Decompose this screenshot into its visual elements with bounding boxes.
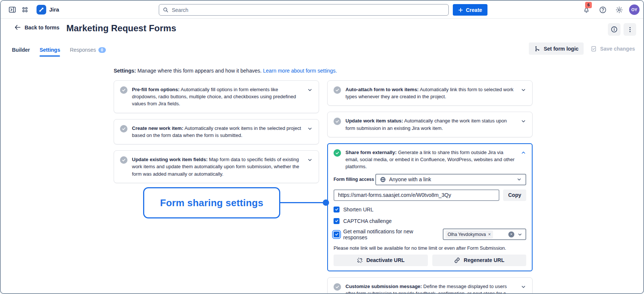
notification-recipients-select[interactable]: Olha Yevdokymova × × bbox=[443, 229, 526, 240]
sidebar-expand-icon bbox=[8, 6, 16, 14]
create-button[interactable]: Create bbox=[453, 4, 487, 16]
email-notifications-checkbox[interactable] bbox=[334, 231, 340, 237]
card-title: Customize submission message: bbox=[345, 284, 422, 289]
app-logo[interactable]: Jira bbox=[37, 5, 59, 15]
tab-builder[interactable]: Builder bbox=[12, 47, 30, 57]
card-title: Update existing work item fields: bbox=[132, 157, 208, 162]
app-name: Jira bbox=[49, 6, 59, 13]
tab-settings-label: Settings bbox=[40, 47, 60, 53]
check-circle-icon bbox=[334, 118, 341, 125]
recipient-name: Olha Yevdokymova bbox=[448, 232, 486, 237]
topbar: Jira Create 6 bbox=[1, 1, 643, 19]
chevron-down-icon[interactable] bbox=[521, 118, 526, 124]
chevron-down-icon bbox=[517, 232, 523, 237]
set-form-logic-button[interactable]: Set form logic bbox=[529, 42, 584, 55]
shorten-url-option: Shorten URL bbox=[334, 207, 526, 212]
app-switcher-button[interactable] bbox=[19, 3, 31, 16]
more-options-button[interactable] bbox=[624, 23, 636, 36]
captcha-checkbox[interactable] bbox=[334, 218, 340, 224]
gear-icon bbox=[615, 6, 623, 14]
clear-all-icon[interactable]: × bbox=[508, 231, 514, 237]
back-to-forms-link[interactable]: Back to forms bbox=[14, 24, 59, 31]
learn-more-link[interactable]: Learn more about form settings. bbox=[263, 68, 337, 74]
tab-responses[interactable]: Responses 0 bbox=[70, 47, 105, 57]
chevron-down-icon[interactable] bbox=[307, 157, 313, 163]
card-title: Auto-attach form to work items: bbox=[345, 87, 419, 92]
card-customize-submission-message[interactable]: Customize submission message: Define the… bbox=[327, 277, 533, 294]
help-button[interactable] bbox=[596, 3, 609, 16]
card-auto-attach-form[interactable]: Auto-attach form to work items: Automati… bbox=[327, 80, 533, 106]
branch-logic-icon bbox=[534, 45, 541, 52]
check-circle-icon bbox=[334, 86, 341, 94]
deactivate-url-label: Deactivate URL bbox=[366, 257, 405, 263]
info-button[interactable] bbox=[608, 23, 621, 36]
card-create-new-work-item[interactable]: Create new work item: Automatically crea… bbox=[114, 119, 319, 144]
card-title: Create new work item: bbox=[132, 125, 183, 131]
globe-icon bbox=[380, 176, 386, 183]
app-grid-icon bbox=[21, 6, 29, 13]
jira-logo-icon bbox=[37, 5, 46, 15]
chevron-down-icon[interactable] bbox=[307, 126, 313, 131]
share-url-row: Copy bbox=[334, 189, 526, 201]
search-input[interactable] bbox=[159, 4, 449, 16]
notifications-button[interactable]: 6 bbox=[580, 3, 593, 16]
save-changes-button[interactable]: Save changes bbox=[590, 42, 635, 55]
annotation-connector-dot bbox=[323, 199, 329, 206]
chevron-down-icon[interactable] bbox=[307, 87, 313, 93]
email-notifications-option: Get email notifications for new response… bbox=[334, 229, 526, 240]
chevron-up-icon[interactable] bbox=[521, 150, 526, 156]
kebab-menu-icon bbox=[626, 26, 634, 33]
copy-url-button[interactable]: Copy bbox=[503, 189, 526, 201]
access-selected-value: Anyone with a link bbox=[389, 176, 514, 182]
captcha-option: CAPTCHA challenge bbox=[334, 218, 526, 224]
settings-column-left: Pre-fill form options: Automatically fil… bbox=[114, 80, 319, 183]
link-icon bbox=[454, 257, 460, 263]
settings-intro-lead: Settings: bbox=[114, 68, 136, 74]
share-url-input[interactable] bbox=[334, 189, 499, 201]
arrow-left-icon bbox=[14, 24, 21, 31]
card-title: Share form externally: bbox=[345, 150, 397, 155]
tab-responses-label: Responses bbox=[70, 47, 96, 53]
header-actions bbox=[608, 23, 636, 36]
regenerate-url-label: Regenerate URL bbox=[464, 257, 504, 263]
shorten-url-label: Shorten URL bbox=[343, 207, 373, 212]
card-update-work-item-status[interactable]: Update work item status: Automatically c… bbox=[327, 112, 533, 137]
deactivate-url-button[interactable]: Deactivate URL bbox=[334, 255, 428, 266]
chevron-down-icon[interactable] bbox=[521, 284, 526, 290]
remove-tag-icon[interactable]: × bbox=[488, 232, 491, 237]
check-circle-icon bbox=[120, 86, 127, 94]
check-circle-green-icon bbox=[334, 149, 341, 157]
create-button-label: Create bbox=[466, 7, 482, 13]
card-prefill-form-options[interactable]: Pre-fill form options: Automatically fil… bbox=[114, 80, 319, 113]
app-window: Jira Create 6 bbox=[0, 0, 644, 294]
search-icon bbox=[162, 7, 169, 13]
annotation-label: Form sharing settings bbox=[160, 197, 263, 209]
chevron-down-icon[interactable] bbox=[521, 87, 526, 93]
card-update-existing-work-item-fields[interactable]: Update existing work item fields: Map fo… bbox=[114, 150, 319, 183]
set-form-logic-label: Set form logic bbox=[544, 46, 578, 52]
save-document-icon bbox=[590, 45, 597, 52]
help-icon bbox=[599, 6, 607, 14]
page-title: Marketing Request Forms bbox=[66, 23, 176, 33]
sidebar-toggle-button[interactable] bbox=[6, 3, 19, 16]
tab-builder-label: Builder bbox=[12, 47, 30, 53]
settings-button[interactable] bbox=[613, 3, 625, 16]
form-filling-access-select[interactable]: Anyone with a link bbox=[375, 174, 526, 185]
card-title: Update work item status: bbox=[345, 118, 403, 124]
tab-bar: Builder Settings Responses 0 bbox=[12, 47, 106, 57]
settings-column-right: Auto-attach form to work items: Automati… bbox=[327, 80, 533, 294]
share-url-actions: Deactivate URL Regenerate URL bbox=[334, 255, 526, 266]
chevron-down-icon bbox=[517, 177, 522, 182]
topbar-right: 6 OY bbox=[580, 1, 640, 19]
check-circle-icon bbox=[334, 283, 341, 291]
plus-icon bbox=[458, 7, 463, 13]
notification-count-badge: 6 bbox=[585, 2, 592, 8]
shorten-url-checkbox[interactable] bbox=[334, 207, 340, 212]
regenerate-url-button[interactable]: Regenerate URL bbox=[432, 255, 527, 266]
avatar[interactable]: OY bbox=[629, 4, 640, 15]
tab-settings[interactable]: Settings bbox=[40, 47, 60, 57]
check-circle-icon bbox=[120, 125, 127, 132]
avatar-initials: OY bbox=[631, 7, 637, 12]
recipient-tag: Olha Yevdokymova × bbox=[445, 230, 493, 239]
settings-intro: Settings: Manage where this form appears… bbox=[114, 68, 337, 74]
